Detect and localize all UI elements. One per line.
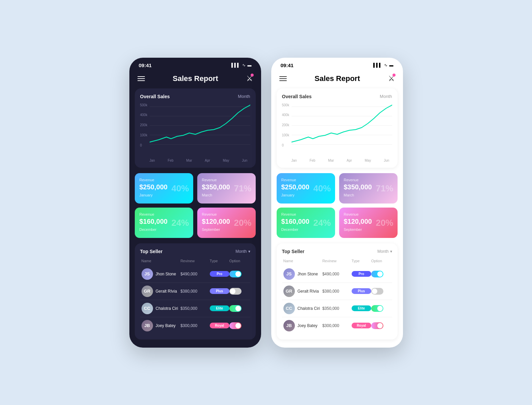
chart-area-dark: 500k 400k 200k 100k 0 bbox=[140, 103, 250, 157]
chart-period-dark[interactable]: Month bbox=[238, 94, 250, 99]
chart-header-dark: Overall Sales Month bbox=[140, 94, 250, 99]
revenue-label-4-dark: Revenue bbox=[202, 212, 251, 216]
chart-svg-dark bbox=[150, 103, 250, 151]
table-header-dark: Top Seller Month ▾ bbox=[140, 249, 250, 254]
status-bar-light: 09:41 ▌▌▌ ∿ ▬ bbox=[271, 58, 403, 71]
revenue-month-1-light: January bbox=[281, 193, 330, 197]
dark-phone: 09:41 ▌▌▌ ∿ ▬ Sales Report ⚔ Overall Sa bbox=[129, 58, 261, 348]
revenue-label-3-dark: Revenue bbox=[140, 212, 188, 216]
chart-period-light[interactable]: Month bbox=[380, 94, 392, 99]
notification-dot-dark bbox=[251, 74, 254, 77]
toggle-switch[interactable] bbox=[229, 305, 242, 312]
menu-icon-dark[interactable] bbox=[137, 75, 145, 82]
table-row: GR Geralt RIvia $380,000 Plus bbox=[282, 283, 392, 300]
toggle-switch[interactable] bbox=[371, 322, 383, 329]
toggle-switch[interactable] bbox=[229, 288, 242, 295]
app-header-light: Sales Report ⚔ bbox=[271, 71, 403, 88]
table-row: JS Jhon Stone $490,000 Pro bbox=[140, 266, 250, 283]
review-amount: $490,000 bbox=[180, 272, 210, 276]
status-icons-dark: ▌▌▌ ∿ ▬ bbox=[231, 63, 252, 68]
toggle-knob bbox=[377, 323, 383, 328]
revenue-percent-4-dark: 20% bbox=[234, 217, 251, 228]
content-light: Overall Sales Month 500k 400k 200k 100k … bbox=[271, 88, 403, 348]
toggle-knob bbox=[235, 271, 241, 277]
light-phone: 09:41 ▌▌▌ ∿ ▬ Sales Report ⚔ Overall Sa bbox=[271, 58, 403, 348]
review-amount: $380,000 bbox=[180, 289, 210, 294]
revenue-label-2-light: Revenue bbox=[344, 178, 393, 182]
revenue-month-4-dark: September bbox=[202, 227, 251, 232]
toggle-switch[interactable] bbox=[371, 288, 383, 295]
table-row: GR Geralt RIvia $380,000 Plus bbox=[140, 283, 250, 300]
review-amount: $490,000 bbox=[322, 272, 352, 276]
avatar: JS bbox=[283, 268, 295, 280]
seller-name: Joey Batey bbox=[156, 323, 176, 328]
avatar: JS bbox=[142, 268, 153, 280]
notification-dot-light bbox=[392, 74, 396, 77]
toggle-knob bbox=[235, 323, 241, 328]
type-badge: Royal bbox=[352, 323, 371, 328]
toggle-knob bbox=[230, 289, 235, 294]
content-dark: Overall Sales Month 500k 400k 200k 100k … bbox=[129, 88, 261, 348]
chart-title-dark: Overall Sales bbox=[140, 94, 170, 99]
y-labels-dark: 500k 400k 200k 100k 0 bbox=[140, 103, 150, 147]
table-filter-light[interactable]: Month ▾ bbox=[377, 249, 392, 254]
phones-container: 09:41 ▌▌▌ ∿ ▬ Sales Report ⚔ Overall Sa bbox=[129, 58, 403, 348]
revenue-card-december-dark: Revenue $160,000 December 24% bbox=[135, 208, 193, 238]
chart-card-dark: Overall Sales Month 500k 400k 200k 100k … bbox=[135, 88, 256, 168]
revenue-month-2-light: March bbox=[344, 193, 393, 197]
table-row: CC Chalotra Ciri $350,000 Elite bbox=[140, 300, 250, 317]
time-dark: 09:41 bbox=[139, 62, 152, 68]
type-badge: Pro bbox=[352, 271, 371, 277]
app-title-dark: Sales Report bbox=[173, 74, 218, 83]
type-badge: Plus bbox=[210, 288, 229, 294]
bell-button-light[interactable]: ⚔ bbox=[388, 74, 395, 83]
table-row: JB Joey Batey $300,000 Royal bbox=[282, 317, 392, 334]
x-labels-dark: Jan Feb Mar Apr May Jun bbox=[140, 157, 250, 162]
app-title-light: Sales Report bbox=[314, 74, 360, 83]
col-headers-light: Name Revinew Type Option bbox=[282, 259, 392, 263]
y-labels-light: 500k 400k 200k 100k 0 bbox=[282, 103, 292, 147]
revenue-label-4-light: Revenue bbox=[344, 212, 393, 216]
type-badge: Royal bbox=[210, 323, 229, 328]
type-badge: Elite bbox=[352, 305, 371, 311]
revenue-label-1-dark: Revenue bbox=[140, 178, 188, 182]
type-badge: Pro bbox=[210, 271, 229, 277]
seller-name: Chalotra Ciri bbox=[298, 306, 320, 311]
seller-cell: CC Chalotra Ciri bbox=[142, 303, 181, 314]
toggle-knob bbox=[235, 306, 241, 311]
wifi-icon-dark: ∿ bbox=[242, 63, 246, 68]
seller-name: Jhon Stone bbox=[156, 272, 176, 276]
toggle-knob bbox=[377, 306, 383, 311]
chart-title-light: Overall Sales bbox=[282, 94, 312, 99]
status-bar-dark: 09:41 ▌▌▌ ∿ ▬ bbox=[129, 58, 261, 71]
seller-cell: JS Jhon Stone bbox=[283, 268, 323, 280]
revenue-label-3-light: Revenue bbox=[281, 212, 330, 216]
revenue-label-2-dark: Revenue bbox=[202, 178, 251, 182]
toggle-switch[interactable] bbox=[229, 271, 242, 277]
revenue-month-3-dark: December bbox=[140, 227, 188, 232]
toggle-switch[interactable] bbox=[371, 305, 383, 312]
table-row: JS Jhon Stone $490,000 Pro bbox=[282, 266, 392, 283]
revenue-grid-dark: Revenue $250,000 January 40% Revenue $35… bbox=[135, 173, 256, 238]
table-title-light: Top Seller bbox=[282, 249, 305, 254]
top-seller-card-light: Top Seller Month ▾ Name Revinew Type Opt… bbox=[277, 243, 398, 340]
x-labels-light: Jan Feb Mar Apr May Jun bbox=[282, 157, 392, 162]
revenue-percent-4-light: 20% bbox=[376, 217, 393, 228]
chart-svg-light bbox=[292, 103, 392, 151]
table-title-dark: Top Seller bbox=[140, 249, 163, 254]
table-filter-dark[interactable]: Month ▾ bbox=[235, 249, 250, 254]
avatar: GR bbox=[142, 286, 153, 297]
revenue-percent-2-light: 71% bbox=[376, 183, 393, 193]
review-amount: $380,000 bbox=[322, 289, 352, 294]
revenue-percent-1-light: 40% bbox=[313, 183, 331, 193]
menu-icon-light[interactable] bbox=[279, 75, 287, 82]
toggle-switch[interactable] bbox=[229, 322, 242, 329]
bell-button-dark[interactable]: ⚔ bbox=[246, 74, 253, 83]
toggle-switch[interactable] bbox=[371, 271, 383, 277]
chart-header-light: Overall Sales Month bbox=[282, 94, 392, 99]
battery-icon-light: ▬ bbox=[389, 63, 394, 68]
app-header-dark: Sales Report ⚔ bbox=[129, 71, 261, 88]
revenue-percent-3-light: 24% bbox=[313, 217, 331, 228]
avatar: CC bbox=[283, 303, 295, 314]
table-row: JB Joey Batey $300,000 Royal bbox=[140, 317, 250, 334]
